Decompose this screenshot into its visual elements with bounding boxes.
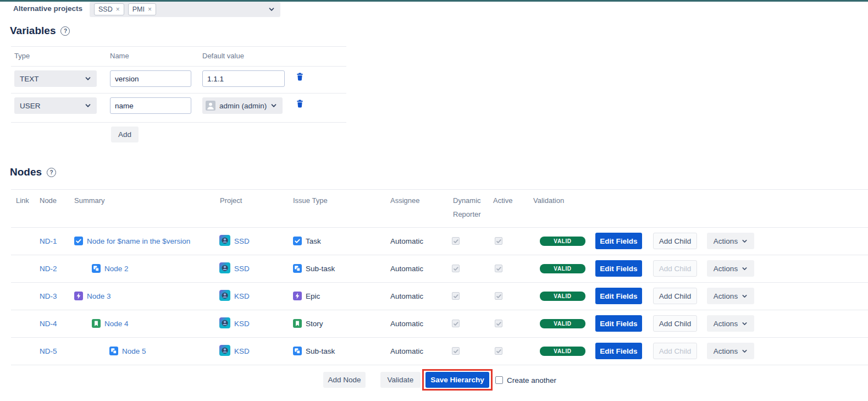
project-link[interactable]: KSD — [234, 292, 250, 300]
col-assignee: Assignee — [390, 196, 419, 205]
story-icon — [92, 319, 101, 328]
add-child-button: Add Child — [653, 260, 697, 277]
actions-button[interactable]: Actions — [707, 315, 754, 332]
project-link[interactable]: SSD — [234, 265, 250, 273]
edit-fields-button[interactable]: Edit Fields — [595, 315, 642, 332]
help-icon[interactable]: ? — [47, 168, 56, 177]
variable-default-input[interactable] — [202, 70, 285, 87]
alternative-projects-select[interactable]: SSD × PMI × — [90, 2, 280, 17]
edit-fields-button[interactable]: Edit Fields — [595, 260, 642, 277]
divider — [11, 93, 346, 94]
add-child-button[interactable]: Add Child — [653, 233, 697, 249]
add-child-button: Add Child — [653, 343, 697, 359]
actions-button[interactable]: Actions — [707, 233, 754, 249]
alternative-projects-label: Alternative projects — [13, 4, 82, 13]
actions-button[interactable]: Actions — [707, 288, 754, 304]
node-summary-link[interactable]: Node 4 — [104, 320, 129, 328]
task-icon — [293, 237, 302, 245]
actions-button[interactable]: Actions — [707, 260, 754, 277]
variable-type-select[interactable]: USER — [14, 97, 97, 114]
remove-tag-icon[interactable]: × — [116, 6, 120, 13]
variable-default-user-select[interactable]: admin (admin) — [202, 97, 283, 114]
remove-tag-icon[interactable]: × — [148, 6, 152, 13]
assignee-value: Automatic — [390, 255, 423, 282]
chevron-down-icon — [268, 6, 275, 13]
add-node-button[interactable]: Add Node — [323, 372, 366, 388]
actions-button[interactable]: Actions — [707, 343, 754, 359]
project-avatar — [219, 262, 230, 275]
project-link[interactable]: KSD — [234, 347, 250, 355]
chevron-down-icon — [742, 238, 748, 244]
chevron-down-icon — [742, 293, 748, 299]
col-reporter: Reporter — [453, 210, 481, 218]
subtask-icon — [109, 347, 118, 355]
variable-type-select[interactable]: TEXT — [14, 70, 97, 87]
nodes-heading: Nodes ? — [10, 166, 56, 178]
node-key-link[interactable]: ND-3 — [40, 292, 57, 300]
add-child-button[interactable]: Add Child — [653, 315, 697, 332]
epic-icon — [293, 292, 302, 300]
active-checkbox — [495, 347, 502, 355]
variable-name-input[interactable] — [110, 70, 191, 87]
divider — [11, 189, 868, 190]
project-avatar — [219, 290, 230, 303]
col-issue-type: Issue Type — [293, 196, 328, 205]
col-validation: Validation — [533, 196, 564, 205]
add-child-button[interactable]: Add Child — [653, 288, 697, 304]
validation-badge: VALID — [540, 264, 585, 273]
divider — [11, 122, 346, 123]
project-avatar — [219, 345, 230, 358]
edit-fields-button[interactable]: Edit Fields — [595, 233, 642, 249]
col-summary: Summary — [74, 196, 105, 205]
create-another-checkbox[interactable] — [495, 376, 503, 384]
variables-heading: Variables ? — [10, 25, 70, 37]
task-icon — [74, 237, 83, 245]
issue-type-label: Story — [306, 320, 323, 328]
issue-type-label: Task — [306, 237, 321, 245]
chevron-down-icon — [742, 348, 748, 354]
node-key-link[interactable]: ND-4 — [40, 320, 57, 328]
validate-button[interactable]: Validate — [380, 372, 421, 388]
active-checkbox — [495, 265, 502, 272]
chevron-down-icon — [270, 102, 277, 109]
node-summary-link[interactable]: Node for $name in the $version — [87, 237, 190, 245]
variable-name-input[interactable] — [110, 97, 191, 114]
validation-badge: VALID — [540, 237, 585, 246]
project-link[interactable]: KSD — [234, 320, 250, 328]
chevron-down-icon — [85, 75, 91, 82]
node-summary-link[interactable]: Node 5 — [122, 347, 146, 355]
user-value: admin (admin) — [219, 102, 267, 110]
col-default: Default value — [202, 52, 244, 60]
project-link[interactable]: SSD — [234, 237, 250, 245]
variables-title: Variables — [10, 25, 56, 37]
project-tag-pmi: PMI × — [128, 3, 156, 15]
add-variable-button[interactable]: Add — [111, 127, 139, 142]
actions-label: Actions — [714, 320, 738, 328]
col-type: Type — [14, 52, 30, 60]
col-name: Name — [110, 52, 129, 60]
help-icon[interactable]: ? — [60, 26, 70, 36]
node-key-link[interactable]: ND-1 — [40, 237, 57, 245]
validation-badge: VALID — [540, 347, 585, 356]
edit-fields-button[interactable]: Edit Fields — [595, 288, 642, 304]
divider — [11, 66, 346, 67]
dynamic-reporter-checkbox — [452, 292, 460, 300]
node-key-link[interactable]: ND-2 — [40, 265, 57, 273]
save-hierarchy-button[interactable]: Save Hierarchy — [425, 372, 489, 388]
subtask-icon — [293, 264, 302, 273]
edit-fields-button[interactable]: Edit Fields — [595, 343, 642, 359]
delete-variable-icon[interactable] — [296, 99, 304, 110]
subtask-icon — [293, 347, 302, 355]
node-summary-link[interactable]: Node 2 — [104, 265, 129, 273]
node-key-link[interactable]: ND-5 — [40, 347, 57, 355]
active-checkbox — [495, 292, 502, 300]
col-node: Node — [40, 196, 57, 205]
actions-label: Actions — [714, 292, 738, 300]
active-checkbox — [495, 237, 502, 245]
dynamic-reporter-checkbox — [452, 265, 460, 272]
chevron-down-icon — [742, 321, 748, 327]
project-avatar — [219, 235, 230, 248]
delete-variable-icon[interactable] — [296, 72, 304, 83]
dynamic-reporter-checkbox — [452, 237, 460, 245]
node-summary-link[interactable]: Node 3 — [87, 292, 111, 300]
